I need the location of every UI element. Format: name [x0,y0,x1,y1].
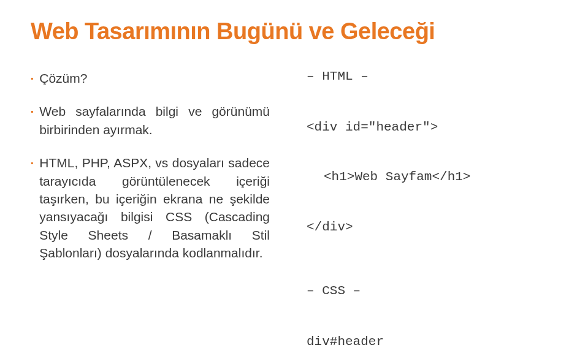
bullet-marker-icon: ▪ [31,107,33,138]
code-line: </div> [307,219,557,235]
bullet-marker-icon: ▪ [31,74,33,87]
bullet-item: ▪ HTML, PHP, ASPX, vs dosyaları sadece t… [31,154,270,262]
bullet-text: HTML, PHP, ASPX, vs dosyaları sadece tar… [39,154,270,262]
bullet-text: Web sayfalarında bilgi ve görünümü birbi… [39,102,270,138]
css-code-block: div#header { background-color: #3d7f9d; … [307,300,557,364]
code-line: <h1>Web Sayfam</h1> [307,169,557,185]
code-line: div#header [307,333,557,350]
bullet-item: ▪ Web sayfalarında bilgi ve görünümü bir… [31,102,270,138]
html-section-label: – HTML – [307,69,557,83]
slide-title: Web Tasarımının Bugünü ve Geleceği [31,18,557,45]
left-column: ▪ Çözüm? ▪ Web sayfalarında bilgi ve gör… [31,69,270,364]
bullet-item: ▪ Çözüm? [31,69,270,87]
bullet-marker-icon: ▪ [31,159,33,262]
right-column: – HTML – <div id="header"> <h1>Web Sayfa… [307,69,557,364]
html-code-block: <div id="header"> <h1>Web Sayfam</h1> </… [307,85,557,269]
css-section-label: – CSS – [307,284,557,298]
bullet-text: Çözüm? [39,69,87,87]
content-columns: ▪ Çözüm? ▪ Web sayfalarında bilgi ve gör… [31,69,557,364]
code-line: <div id="header"> [307,119,557,135]
